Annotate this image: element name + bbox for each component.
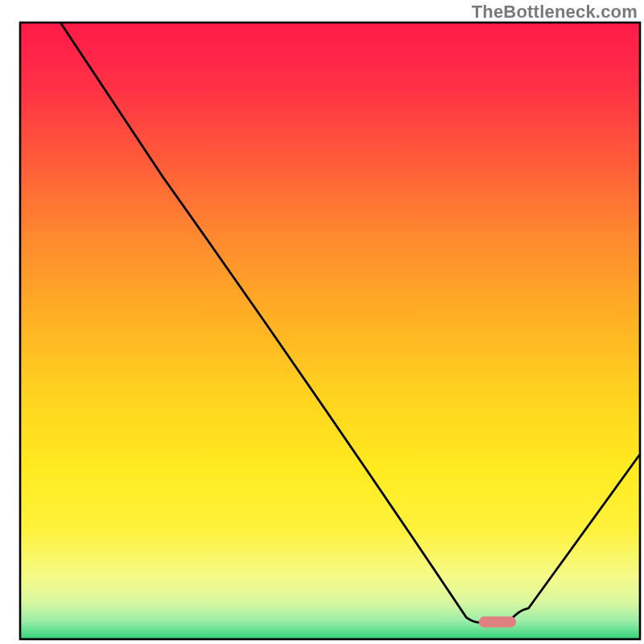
- bottleneck-chart: [0, 0, 644, 644]
- plot-background: [20, 23, 640, 639]
- plot-area: [20, 23, 640, 639]
- chart-container: TheBottleneck.com: [0, 0, 644, 644]
- optimal-marker: [479, 617, 516, 628]
- watermark-label: TheBottleneck.com: [472, 2, 638, 23]
